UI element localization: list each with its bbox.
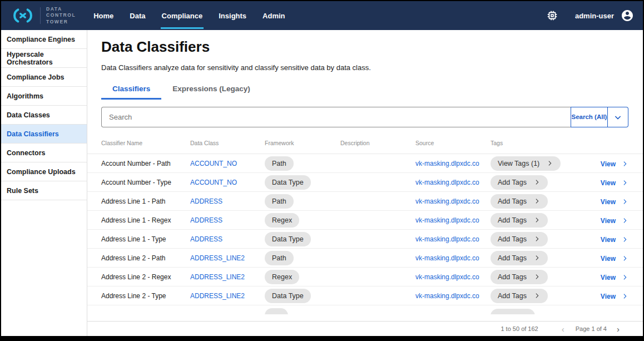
table-row: Account Number - PathACCOUNT_NOPathvk-ma… <box>87 154 643 173</box>
table-row: Address Line 1 - TypeADDRESSData Typevk-… <box>87 230 643 249</box>
view-label: View <box>601 217 616 225</box>
source-link[interactable]: vk-masking.dlpxdc.co <box>415 216 491 224</box>
sidebar-item-hyperscale-orchestrators[interactable]: Hyperscale Orchestrators <box>1 49 87 68</box>
sidebar-item-data-classifiers[interactable]: Data Classifiers <box>1 125 87 144</box>
table-body: Account Number - PathACCOUNT_NOPathvk-ma… <box>87 154 643 314</box>
view-label: View <box>601 293 616 300</box>
data-class-link[interactable]: ADDRESS <box>190 197 265 205</box>
nav-item-compliance[interactable]: Compliance <box>161 2 204 29</box>
source-link[interactable]: vk-masking.dlpxdc.co <box>415 273 491 281</box>
table-row <box>87 305 643 314</box>
view-label: View <box>601 160 616 168</box>
nav-item-home[interactable]: Home <box>92 2 115 29</box>
tags-label: Add Tags <box>498 254 527 262</box>
view-cell: View <box>574 196 628 206</box>
tags-label: Add Tags <box>498 197 527 205</box>
view-tags-button[interactable]: View Tags (1) <box>491 156 561 171</box>
view-link[interactable]: View <box>601 217 628 225</box>
data-class-link[interactable]: ADDRESS_LINE2 <box>190 254 265 262</box>
tags-label: Add Tags <box>498 179 527 186</box>
source-link[interactable]: vk-masking.dlpxdc.co <box>415 160 491 167</box>
framework-badge: Data Type <box>265 232 311 246</box>
table-header: Classifier NameData ClassFrameworkDescri… <box>87 132 643 154</box>
framework-badge: Regex <box>265 213 299 228</box>
add-tags-button[interactable]: Add Tags <box>491 289 548 303</box>
avatar[interactable] <box>621 9 634 22</box>
view-link[interactable]: View <box>601 293 628 300</box>
classifier-name: Account Number - Type <box>101 179 190 186</box>
search-input[interactable] <box>101 107 571 127</box>
chevron-right-icon <box>533 273 541 280</box>
pagination: 1 to 50 of 162 ‹ Page 1 of 4 › <box>87 321 643 336</box>
view-cell: View <box>574 272 628 282</box>
view-link[interactable]: View <box>601 255 628 263</box>
data-class-link[interactable]: ACCOUNT_NO <box>190 179 265 186</box>
chevron-down-icon <box>613 113 622 122</box>
classifier-name: Address Line 2 - Type <box>101 292 190 300</box>
nav-item-admin[interactable]: Admin <box>261 2 286 29</box>
chevron-right-icon <box>533 197 541 205</box>
source-link[interactable]: vk-masking.dlpxdc.co <box>415 197 491 205</box>
view-link[interactable]: View <box>601 236 628 244</box>
chevron-right-icon <box>621 274 628 281</box>
nav-item-insights[interactable]: Insights <box>217 2 247 29</box>
body-row: Compliance EnginesHyperscale Orchestrato… <box>1 30 643 336</box>
chevron-right-icon <box>621 160 628 167</box>
tab-expressions-legacy-[interactable]: Expressions (Legacy) <box>161 80 261 100</box>
sidebar-item-compliance-jobs[interactable]: Compliance Jobs <box>1 68 87 87</box>
add-tags-button[interactable]: Add Tags <box>491 251 548 265</box>
table-row: Account Number - TypeACCOUNT_NOData Type… <box>87 173 643 192</box>
add-tags-button[interactable]: Add Tags <box>491 194 548 209</box>
tags-cell: View Tags (1) <box>491 156 574 171</box>
view-cell: View <box>574 234 628 244</box>
add-tags-button[interactable]: Add Tags <box>491 270 548 284</box>
view-link[interactable]: View <box>601 179 628 187</box>
add-tags-button[interactable]: Add Tags <box>491 232 548 246</box>
chevron-right-icon <box>621 255 628 262</box>
search-all-button[interactable]: Search (All) <box>571 107 608 127</box>
data-class-link[interactable]: ADDRESS_LINE2 <box>190 292 265 300</box>
nav-item-data[interactable]: Data <box>128 2 146 29</box>
sidebar-item-algorithms[interactable]: Algorithms <box>1 87 87 106</box>
data-class-link[interactable]: ADDRESS <box>190 216 265 224</box>
classifier-name: Account Number - Path <box>101 160 190 167</box>
view-link[interactable]: View <box>601 160 628 168</box>
column-header: Description <box>340 140 415 146</box>
sidebar-item-rule-sets[interactable]: Rule Sets <box>1 181 87 200</box>
chevron-left-icon[interactable]: ‹ <box>559 325 567 333</box>
add-tags-button[interactable]: Add Tags <box>491 175 548 190</box>
source-link[interactable]: vk-masking.dlpxdc.co <box>415 179 491 186</box>
topbar-right: admin-user <box>545 8 634 23</box>
tab-classifiers[interactable]: Classifiers <box>101 80 161 100</box>
column-header: Tags <box>491 140 574 146</box>
source-link[interactable]: vk-masking.dlpxdc.co <box>415 254 491 262</box>
sidebar-item-data-classes[interactable]: Data Classes <box>1 106 87 125</box>
view-cell: View <box>574 215 628 225</box>
view-label: View <box>601 198 616 206</box>
view-link[interactable]: View <box>601 274 628 281</box>
view-label: View <box>601 255 616 263</box>
data-class-link[interactable]: ADDRESS_LINE2 <box>190 273 265 281</box>
brand-logo[interactable]: DATA CONTROL TOWER <box>10 6 76 24</box>
table-row: Address Line 1 - PathADDRESSPathvk-maski… <box>87 192 643 211</box>
search-dropdown-button[interactable] <box>608 107 628 127</box>
tags-label: View Tags (1) <box>498 160 539 167</box>
chevron-right-icon <box>533 216 541 224</box>
view-link[interactable]: View <box>601 198 628 206</box>
data-class-link[interactable]: ADDRESS <box>190 235 265 243</box>
tags-cell: Add Tags <box>491 270 574 284</box>
source-link[interactable]: vk-masking.dlpxdc.co <box>415 292 491 300</box>
chevron-right-icon[interactable]: › <box>615 325 622 333</box>
sidebar-item-connectors[interactable]: Connectors <box>1 144 87 162</box>
view-cell: View <box>574 177 628 187</box>
sidebar-item-compliance-uploads[interactable]: Compliance Uploads <box>1 162 87 181</box>
add-tags-button[interactable]: Add Tags <box>491 213 548 228</box>
dct-logo-icon <box>10 7 36 24</box>
sidebar-item-compliance-engines[interactable]: Compliance Engines <box>1 30 87 49</box>
view-label: View <box>601 236 616 244</box>
data-class-link[interactable]: ACCOUNT_NO <box>190 160 265 167</box>
classifier-name: Address Line 1 - Type <box>101 235 190 243</box>
api-chip-icon[interactable] <box>545 8 559 23</box>
source-link[interactable]: vk-masking.dlpxdc.co <box>415 235 491 243</box>
chevron-right-icon <box>546 160 553 167</box>
